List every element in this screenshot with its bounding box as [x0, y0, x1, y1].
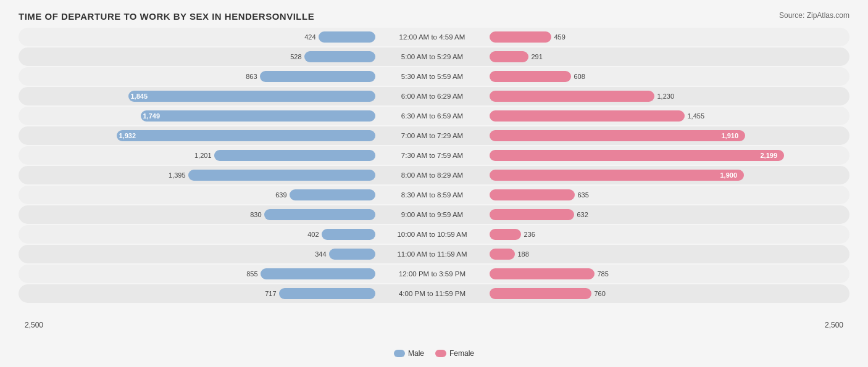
chart-row: 6:00 AM to 6:29 AM1,8451,230 [19, 87, 849, 105]
female-bar [490, 31, 551, 43]
chart-title: TIME OF DEPARTURE TO WORK BY SEX IN HEND… [19, 11, 849, 22]
chart-row: 5:30 AM to 5:59 AM863608 [19, 67, 849, 86]
female-bar [490, 150, 784, 161]
male-value: 863 [235, 73, 257, 80]
male-value: 424 [294, 33, 316, 41]
time-label: 5:30 AM to 5:59 AM [378, 73, 486, 80]
male-bar [290, 189, 375, 200]
female-value: 2,199 [761, 152, 778, 159]
time-label: 7:30 AM to 7:59 AM [378, 152, 486, 159]
male-bar [117, 130, 375, 141]
male-bar [264, 209, 375, 220]
male-bar [261, 268, 375, 279]
male-value: 344 [304, 250, 327, 258]
male-value: 855 [236, 270, 258, 278]
time-label: 11:00 AM to 11:59 AM [378, 250, 486, 258]
time-label: 10:00 AM to 10:59 AM [378, 231, 486, 238]
male-bar [304, 51, 375, 62]
footer-right: 2,500 [825, 321, 843, 329]
male-value: 830 [240, 211, 262, 218]
chart-row: 8:30 AM to 8:59 AM639635 [19, 186, 849, 204]
source-label: Source: ZipAtlas.com [779, 11, 849, 20]
male-bar [279, 288, 375, 299]
chart-row: 8:00 AM to 8:29 AM1,3951,900 [19, 166, 849, 184]
female-bar [490, 268, 595, 279]
female-value: 785 [598, 270, 609, 278]
female-value: 1,455 [688, 112, 705, 120]
male-bar [188, 170, 375, 181]
time-label: 4:00 PM to 11:59 PM [378, 290, 486, 297]
female-bar [490, 189, 575, 200]
male-label: Male [408, 349, 424, 358]
time-label: 12:00 PM to 3:59 PM [378, 270, 486, 278]
female-bar [490, 51, 528, 62]
male-value: 528 [280, 53, 302, 60]
female-bar [490, 288, 591, 299]
male-bar [128, 91, 375, 102]
female-bar [490, 110, 685, 122]
male-value: 639 [265, 191, 287, 199]
female-swatch [435, 350, 446, 357]
female-value: 291 [532, 53, 543, 60]
time-label: 7:00 AM to 7:29 AM [378, 132, 486, 139]
female-value: 236 [524, 231, 535, 238]
male-bar [260, 71, 375, 82]
chart-container: TIME OF DEPARTURE TO WORK BY SEX IN HEND… [0, 0, 868, 367]
chart-row: 7:00 AM to 7:29 AM1,9321,910 [19, 126, 849, 145]
male-value: 402 [297, 231, 319, 238]
female-bar [490, 130, 745, 141]
chart-area: 12:00 AM to 4:59 AM4244595:00 AM to 5:29… [19, 28, 849, 319]
male-bar [319, 31, 375, 43]
chart-row: 7:30 AM to 7:59 AM1,2012,199 [19, 146, 849, 165]
male-bar [214, 150, 375, 161]
time-label: 12:00 AM to 4:59 AM [378, 33, 486, 41]
male-value: 1,845 [131, 93, 148, 100]
male-bar [141, 110, 375, 122]
female-bar [490, 209, 574, 220]
chart-row: 11:00 AM to 11:59 AM344188 [19, 245, 849, 263]
female-value: 760 [595, 290, 606, 297]
female-label: Female [449, 349, 474, 358]
chart-row: 12:00 PM to 3:59 PM855785 [19, 265, 849, 283]
male-value: 1,201 [190, 152, 212, 159]
chart-row: 10:00 AM to 10:59 AM402236 [19, 225, 849, 244]
legend-male: Male [394, 349, 424, 358]
chart-row: 5:00 AM to 5:29 AM528291 [19, 47, 849, 66]
legend: Male Female [394, 349, 474, 358]
male-swatch [394, 350, 405, 357]
female-value: 459 [554, 33, 565, 41]
female-value: 1,230 [657, 93, 675, 100]
female-bar [490, 249, 515, 260]
female-value: 635 [578, 191, 589, 199]
footer-left: 2,500 [25, 321, 43, 329]
time-label: 6:00 AM to 6:29 AM [378, 93, 486, 100]
female-bar [490, 170, 744, 181]
chart-row: 4:00 PM to 11:59 PM717760 [19, 284, 849, 303]
time-label: 5:00 AM to 5:29 AM [378, 53, 486, 60]
female-value: 1,900 [720, 171, 738, 179]
female-bar [490, 229, 521, 240]
female-value: 632 [577, 211, 588, 218]
female-bar [490, 91, 654, 102]
time-label: 6:30 AM to 6:59 AM [378, 112, 486, 120]
time-label: 9:00 AM to 9:59 AM [378, 211, 486, 218]
male-value: 1,932 [119, 132, 136, 139]
female-bar [490, 71, 571, 82]
time-label: 8:00 AM to 8:29 AM [378, 171, 486, 179]
legend-female: Female [435, 349, 474, 358]
male-value: 1,749 [143, 112, 161, 120]
female-value: 1,910 [722, 132, 739, 139]
male-bar [329, 249, 375, 260]
time-label: 8:30 AM to 8:59 AM [378, 191, 486, 199]
chart-row: 6:30 AM to 6:59 AM1,7491,455 [19, 107, 849, 125]
female-value: 608 [574, 73, 585, 80]
male-bar [322, 229, 375, 240]
chart-row: 9:00 AM to 9:59 AM830632 [19, 205, 849, 224]
male-value: 1,395 [164, 171, 186, 179]
female-value: 188 [518, 250, 529, 258]
male-value: 717 [254, 290, 277, 297]
chart-row: 12:00 AM to 4:59 AM424459 [19, 28, 849, 46]
